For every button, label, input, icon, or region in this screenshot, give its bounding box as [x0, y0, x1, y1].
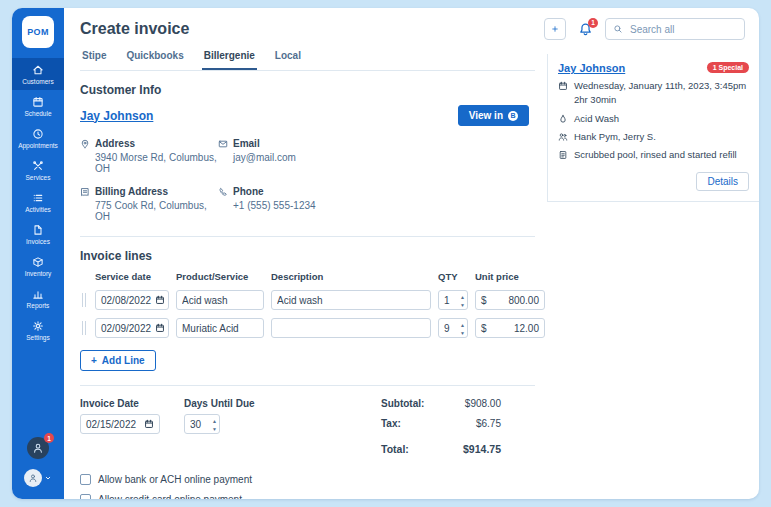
appointment-header: Jay Johnson 1 Special	[558, 62, 749, 74]
search-input[interactable]	[628, 23, 737, 36]
details-button[interactable]: Details	[696, 172, 749, 191]
days-until-due-input[interactable]	[190, 419, 214, 430]
field-label: Email	[233, 138, 260, 149]
invoice-date-label: Invoice Date	[80, 398, 160, 409]
ach-payment-label: Allow bank or ACH online payment	[98, 474, 252, 485]
field-label: Billing Address	[95, 186, 168, 197]
product-service-input[interactable]	[182, 323, 258, 334]
checkbox-icon[interactable]	[80, 494, 91, 499]
appointment-duration: 2hr 30min	[574, 94, 746, 106]
checkbox-icon[interactable]	[80, 474, 91, 485]
appointment-technicians: Hank Pym, Jerry S.	[558, 131, 749, 143]
days-until-due-field: Days Until Due ▲▼	[184, 398, 255, 464]
unit-price-value: 12.00	[514, 323, 539, 334]
clock-icon	[32, 128, 44, 140]
invoice-date-input[interactable]: 02/15/2022	[80, 414, 160, 434]
tab-quickbooks[interactable]: Quickbooks	[124, 46, 185, 70]
sidebar-item-services[interactable]: Services	[12, 154, 64, 186]
field-label: Address	[95, 138, 135, 149]
appointment-service-text: Acid Wash	[574, 113, 619, 125]
unit-price-value: 800.00	[508, 295, 539, 306]
product-service-field	[176, 290, 264, 310]
service-date-input[interactable]: 02/08/2022	[95, 290, 169, 310]
appointment-note: Scrubbed pool, rinsed and started refill	[558, 149, 749, 161]
field-value: +1 (555) 555-1234	[233, 200, 410, 211]
sidebar-item-inventory[interactable]: Inventory	[12, 250, 64, 282]
description-input[interactable]	[277, 295, 425, 306]
customer-fields: Address 3940 Morse Rd, Columbus, OH Emai…	[80, 138, 410, 222]
content-row: Stipe Quickbooks Billergenie Local Custo…	[64, 46, 759, 499]
ach-payment-checkbox-row[interactable]: Allow bank or ACH online payment	[80, 474, 535, 485]
tab-billergenie[interactable]: Billergenie	[202, 46, 257, 70]
product-service-field	[176, 318, 264, 338]
add-button[interactable]	[544, 18, 566, 40]
col-service-date: Service date	[95, 271, 169, 282]
credit-card-payment-label: Allow credit card online payment	[98, 494, 242, 499]
drag-handle-icon[interactable]	[82, 321, 86, 335]
invoice-meta-row: Invoice Date 02/15/2022 Days Until Due ▲…	[80, 398, 535, 464]
topbar: Create invoice 1	[64, 8, 759, 46]
invoice-table-header: Service date Product/Service Description…	[80, 271, 535, 282]
payment-options: Allow bank or ACH online payment Allow c…	[80, 474, 535, 499]
qty-down-icon[interactable]: ▼	[460, 301, 465, 309]
box-icon	[32, 256, 44, 268]
days-up-icon[interactable]: ▲	[212, 417, 217, 425]
unit-price-field[interactable]: $ 800.00	[475, 290, 545, 310]
main-area: Create invoice 1	[64, 8, 759, 499]
tools-icon	[32, 160, 44, 172]
user-avatar	[24, 469, 42, 487]
customer-header: Jay Johnson View in B	[80, 105, 535, 126]
tax-value: $6.75	[476, 418, 501, 429]
plus-icon: +	[91, 355, 97, 366]
help-avatar[interactable]: 1	[27, 437, 49, 459]
description-input[interactable]	[277, 323, 425, 334]
bar-chart-icon	[32, 288, 44, 300]
appointment-note-text: Scrubbed pool, rinsed and started refill	[574, 149, 737, 161]
currency-symbol: $	[481, 295, 487, 306]
droplet-icon	[558, 114, 568, 124]
unit-price-field[interactable]: $ 12.00	[475, 318, 545, 338]
app-logo[interactable]: POM	[22, 16, 54, 48]
credit-card-payment-checkbox-row[interactable]: Allow credit card online payment	[80, 494, 535, 499]
profile-menu[interactable]	[24, 469, 52, 487]
email-icon	[218, 139, 228, 149]
sidebar-item-reports[interactable]: Reports	[12, 282, 64, 314]
sidebar-nav: Customers Schedule Appointments Services…	[12, 58, 64, 346]
qty-up-icon[interactable]: ▲	[460, 321, 465, 329]
sidebar-item-activities[interactable]: Activities	[12, 186, 64, 218]
notifications-button[interactable]: 1	[578, 22, 593, 37]
file-icon	[32, 224, 44, 236]
section-divider	[80, 236, 535, 237]
invoice-lines-title: Invoice lines	[80, 249, 535, 263]
customer-name-link[interactable]: Jay Johnson	[80, 109, 153, 123]
days-until-due-label: Days Until Due	[184, 398, 255, 409]
product-service-input[interactable]	[182, 295, 258, 306]
sidebar-item-customers[interactable]: Customers	[12, 58, 64, 90]
days-down-icon[interactable]: ▼	[212, 425, 217, 433]
field-value: jay@mail.com	[233, 152, 410, 163]
tab-local[interactable]: Local	[273, 46, 303, 70]
appointment-technicians-text: Hank Pym, Jerry S.	[574, 131, 656, 143]
sidebar-item-schedule[interactable]: Schedule	[12, 90, 64, 122]
page-title: Create invoice	[80, 20, 189, 38]
sidebar-item-appointments[interactable]: Appointments	[12, 122, 64, 154]
appointment-customer-link[interactable]: Jay Johnson	[558, 62, 625, 74]
description-field	[271, 290, 431, 310]
qty-up-icon[interactable]: ▲	[460, 293, 465, 301]
service-date-input[interactable]: 02/09/2022	[95, 318, 169, 338]
qty-down-icon[interactable]: ▼	[460, 329, 465, 337]
integration-tabs: Stipe Quickbooks Billergenie Local	[80, 46, 535, 71]
drag-handle-icon[interactable]	[82, 293, 86, 307]
sidebar-item-label: Customers	[22, 78, 53, 85]
tab-stipe[interactable]: Stipe	[80, 46, 108, 70]
calendar-icon	[558, 81, 568, 91]
add-line-button[interactable]: + Add Line	[80, 350, 156, 371]
appointment-datetime-text: Wednesday, January 11th, 2023, 3:45pm	[574, 80, 746, 91]
sidebar-item-invoices[interactable]: Invoices	[12, 218, 64, 250]
sidebar-item-settings[interactable]: Settings	[12, 314, 64, 346]
sidebar-item-label: Settings	[26, 334, 50, 341]
col-unit-price: Unit price	[475, 271, 545, 282]
view-in-button[interactable]: View in B	[458, 105, 529, 126]
field-billing-address: Billing Address 775 Cook Rd, Columbus, O…	[80, 186, 218, 222]
invoice-date-value: 02/15/2022	[86, 419, 136, 430]
